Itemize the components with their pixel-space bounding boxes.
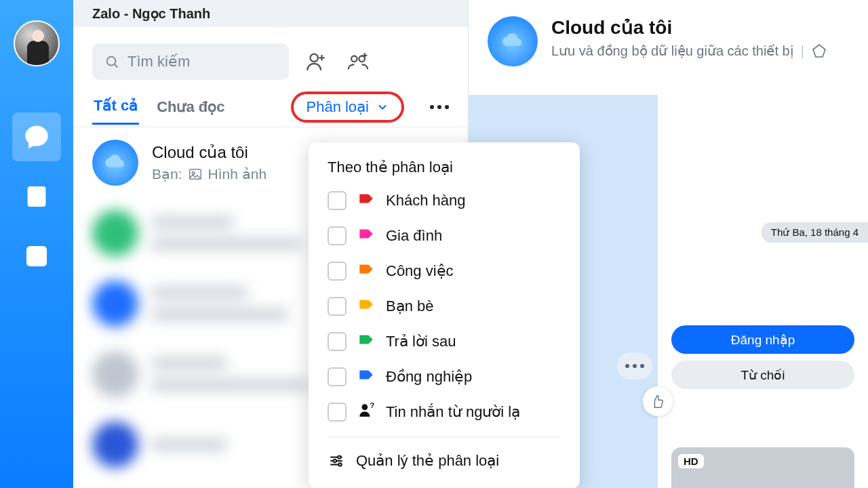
checkbox[interactable] <box>328 191 347 210</box>
media-message[interactable]: HD <box>671 447 854 488</box>
popup-header: Theo thẻ phân loại <box>309 156 580 183</box>
decline-button[interactable]: Từ chối <box>671 361 854 389</box>
login-button[interactable]: Đăng nhập <box>671 325 854 354</box>
popup-item-label: Tin nhắn từ người lạ <box>386 403 520 421</box>
chat-subtitle: Lưu và đồng bộ dữ liệu giữa các thiết bị… <box>551 43 849 59</box>
popup-item-label: Trả lời sau <box>386 333 456 350</box>
checkbox[interactable] <box>328 226 347 245</box>
tag-color-icon <box>357 260 375 282</box>
search-input[interactable]: Tìm kiếm <box>92 43 289 80</box>
svg-point-12 <box>334 460 336 462</box>
popup-item-tag[interactable]: Khách hàng <box>309 183 580 218</box>
sliders-icon <box>328 452 345 470</box>
popup-item-label: Đồng nghiệp <box>386 368 472 386</box>
svg-point-13 <box>338 463 341 466</box>
tag-color-icon <box>357 331 375 352</box>
reaction-like-button[interactable] <box>643 386 673 416</box>
popup-item-label: Khách hàng <box>386 192 465 209</box>
window-title: Zalo - Ngọc Thanh <box>73 0 468 27</box>
popup-item-stranger[interactable]: ? Tin nhắn từ người lạ <box>309 394 580 430</box>
popup-manage-label: Quản lý thẻ phân loại <box>356 452 499 470</box>
tabs-more-button[interactable] <box>430 105 449 109</box>
nav-rail <box>0 0 73 488</box>
user-avatar[interactable] <box>14 20 60 66</box>
checkbox[interactable] <box>328 332 347 351</box>
chat-icon <box>24 124 50 150</box>
popup-item-label: Bạn bè <box>386 298 434 315</box>
tag-color-icon <box>357 366 375 388</box>
nav-chat[interactable] <box>12 113 61 161</box>
checkbox[interactable] <box>328 262 347 281</box>
chat-header: Cloud của tôi Lưu và đồng bộ dữ liệu giữ… <box>469 0 868 95</box>
chevron-down-icon <box>376 100 389 114</box>
cloud-icon <box>102 149 129 176</box>
svg-point-5 <box>351 56 357 62</box>
tag-icon[interactable] <box>811 43 827 59</box>
nav-tasks[interactable] <box>12 232 61 281</box>
tag-color-icon <box>357 190 375 211</box>
tag-color-icon <box>357 225 375 247</box>
contacts-icon <box>24 184 50 209</box>
popup-item-tag[interactable]: Đồng nghiệp <box>309 359 580 394</box>
message-more-button[interactable] <box>617 352 652 380</box>
svg-point-9 <box>362 404 368 410</box>
check-square-icon <box>24 243 50 269</box>
popup-item-tag[interactable]: Trả lời sau <box>309 324 580 359</box>
nav-contacts[interactable] <box>12 172 61 221</box>
svg-point-4 <box>311 54 318 62</box>
filter-tabs: Tất cả Chưa đọc Phân loại <box>73 87 468 127</box>
popup-item-tag[interactable]: Công việc <box>309 253 580 289</box>
date-separator: Thứ Ba, 18 tháng 4 <box>762 222 868 243</box>
checkbox[interactable] <box>328 297 347 316</box>
classify-button[interactable]: Phân loại <box>291 92 404 123</box>
image-icon <box>188 167 203 182</box>
group-plus-icon <box>347 50 370 73</box>
conversation-name: Cloud của tôi <box>152 143 267 162</box>
checkbox[interactable] <box>328 367 347 386</box>
popup-manage-tags[interactable]: Quản lý thẻ phân loại <box>309 444 580 478</box>
popup-item-label: Công việc <box>386 262 454 280</box>
cloud-icon <box>499 28 526 55</box>
search-placeholder: Tìm kiếm <box>127 53 190 70</box>
conversation-preview: Bạn: Hình ảnh <box>152 166 267 182</box>
popup-item-tag[interactable]: Bạn bè <box>309 289 580 324</box>
chat-title: Cloud của tôi <box>551 16 849 39</box>
chat-avatar[interactable] <box>488 16 538 66</box>
tab-all[interactable]: Tất cả <box>92 89 139 125</box>
stranger-icon: ? <box>357 401 375 423</box>
classify-label: Phân loại <box>306 98 369 116</box>
popup-item-tag[interactable]: Gia đình <box>309 218 580 253</box>
tag-color-icon <box>357 296 375 317</box>
popup-item-label: Gia đình <box>386 227 442 245</box>
svg-text:?: ? <box>370 401 374 409</box>
cloud-avatar <box>92 140 138 186</box>
tab-unread[interactable]: Chưa đọc <box>155 90 226 124</box>
svg-point-8 <box>192 171 195 174</box>
user-plus-icon <box>304 50 328 73</box>
svg-point-3 <box>107 57 116 66</box>
search-icon <box>104 54 119 69</box>
create-group-button[interactable] <box>343 47 373 77</box>
classify-popup: Theo thẻ phân loại Khách hàngGia đìnhCôn… <box>309 142 580 488</box>
add-friend-button[interactable] <box>301 47 331 77</box>
svg-point-1 <box>34 192 39 197</box>
svg-point-11 <box>338 455 340 458</box>
checkbox[interactable] <box>328 403 347 422</box>
thumbs-up-icon <box>650 394 665 409</box>
hd-badge: HD <box>678 454 704 468</box>
svg-point-6 <box>359 56 365 62</box>
